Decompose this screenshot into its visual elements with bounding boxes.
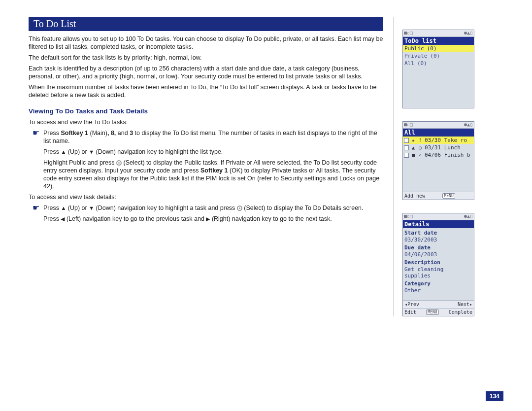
up-icon: ▲ (61, 206, 66, 211)
phone-status-bar: ■▫□●▲▯ (403, 122, 474, 129)
checkbox-icon[interactable] (404, 145, 409, 150)
softkey-menu[interactable]: MENU (426, 309, 438, 315)
priority-icon: ▲ (411, 145, 416, 150)
field-value: 03/30/2003 (403, 237, 474, 244)
checkbox-icon[interactable] (404, 138, 409, 143)
select-icon (116, 160, 122, 166)
access-details-intro: To access and view task details: (29, 193, 383, 201)
step-1c: Highlight Public and press (Select) to d… (43, 159, 383, 190)
task-row[interactable]: ■ ✓ 04/06 Finish b (403, 151, 474, 159)
page-title: To Do List (29, 17, 383, 31)
task-row[interactable]: ▲ ○ 03/31 Lunch (403, 144, 474, 151)
softkey-menu[interactable]: MENU (442, 193, 455, 199)
step-1: ☛ Press Softkey 1 (Main), 8, and 3 to di… (33, 129, 383, 145)
intro-para-2: The default sort for the task lists is b… (29, 54, 383, 62)
status-icon: ! (418, 137, 423, 143)
status-icon: ✓ (418, 152, 423, 158)
select-icon (237, 206, 242, 211)
phone-mock-all-tasks: ■▫□●▲▯ All ★ ! 03/30 Take ro ▲ ○ 03/31 L… (402, 121, 474, 200)
page-number: 134 (486, 391, 503, 401)
up-icon: ▲ (61, 149, 66, 155)
step-2a: ☛ Press ▲ (Up) or ▼ (Down) navigation ke… (33, 204, 383, 212)
phone-status-bar: ■▫□●▲▯ (403, 213, 474, 220)
softkey-edit[interactable]: Edit (404, 309, 416, 315)
phone-header: ToDo list (403, 37, 474, 45)
phone-mock-details: ■▫□●▲▯ Details Start date 03/30/2003 Due… (402, 213, 474, 316)
priority-icon: ★ (411, 137, 416, 143)
status-icon: ○ (418, 145, 423, 150)
phone-header: All (403, 129, 474, 137)
intro-para-3: Each task is identified by a description… (29, 65, 383, 80)
list-item[interactable]: All(0) (403, 60, 474, 67)
access-view-intro: To access and view the To Do tasks: (29, 118, 383, 126)
hand-icon: ☛ (33, 204, 43, 212)
list-item[interactable]: Private(0) (403, 52, 474, 60)
field-label: Due date (403, 244, 474, 251)
phone-status-bar: ■▫□●▲▯ (403, 30, 474, 37)
field-value: Get cleaning supplies (403, 266, 474, 280)
step-2b: Press ◀ (Left) navigation key to go to t… (43, 215, 383, 223)
intro-para-1: This feature allows you to set up to 100… (29, 35, 383, 51)
field-label: Category (403, 280, 474, 287)
field-label: Description (403, 259, 474, 266)
hand-icon: ☛ (33, 129, 43, 145)
softkey-add-new[interactable]: Add new (404, 193, 425, 199)
field-value: 04/06/2003 (403, 251, 474, 259)
field-label: Start date (403, 229, 474, 237)
priority-icon: ■ (411, 152, 416, 158)
phone-mock-todo-list: ■▫□●▲▯ ToDo list Public(0) Private(0) Al… (402, 30, 474, 108)
task-row[interactable]: ★ ! 03/30 Take ro (403, 137, 474, 144)
intro-para-4: When the maximum number of tasks have be… (29, 83, 383, 99)
softkey-prev[interactable]: ◂Prev (404, 302, 419, 307)
list-item[interactable]: Public(0) (403, 45, 474, 52)
down-icon: ▼ (89, 149, 94, 155)
softkey-next[interactable]: Next▸ (458, 302, 472, 307)
phone-header: Details (403, 220, 474, 228)
subheading: Viewing To Do Tasks and Task Details (29, 107, 383, 115)
field-value: Other (403, 287, 474, 295)
step-1b: Press ▲ (Up) or ▼ (Down) navigation key … (43, 148, 383, 156)
softkey-complete[interactable]: Complete (449, 309, 472, 315)
down-icon: ▼ (89, 206, 94, 211)
checkbox-icon[interactable] (404, 153, 409, 158)
